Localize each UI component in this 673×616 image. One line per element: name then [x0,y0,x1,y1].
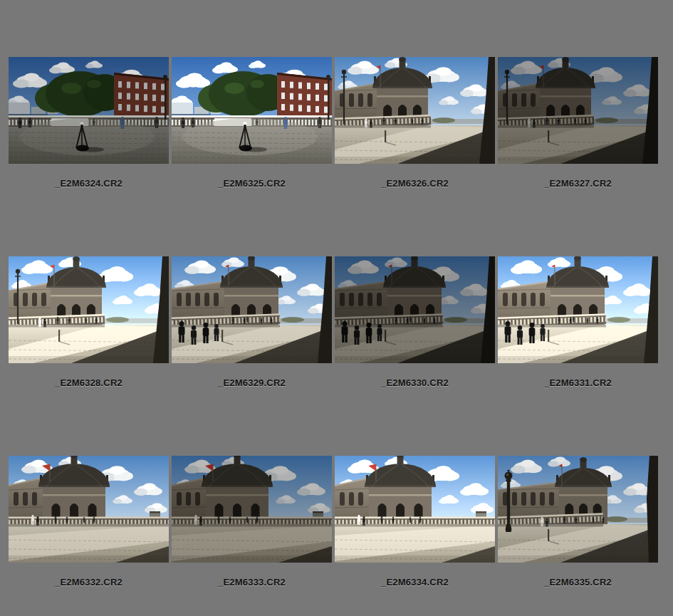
photo-image [172,57,332,164]
photo-image [9,456,169,563]
photo-image [498,57,658,164]
photo-thumbnail[interactable]: _E2M6334.CR2 [335,456,495,588]
photo-image [335,256,495,363]
photo-image [335,456,495,563]
photo-thumbnail[interactable]: _E2M6328.CR2 [9,256,169,388]
photo-filename: _E2M6333.CR2 [172,577,332,588]
photo-thumbnail[interactable]: _E2M6332.CR2 [9,456,169,588]
photo-image [9,256,169,363]
photo-image [498,256,658,363]
photo-image [172,456,332,563]
photo-filename: _E2M6324.CR2 [9,178,169,189]
photo-thumbnail[interactable]: _E2M6335.CR2 [498,456,658,588]
photo-thumbnail[interactable]: _E2M6329.CR2 [172,256,332,388]
photo-filename: _E2M6330.CR2 [335,377,495,388]
photo-image [335,57,495,164]
photo-thumbnail[interactable]: _E2M6324.CR2 [9,57,169,189]
photo-filename: _E2M6329.CR2 [172,377,332,388]
photo-thumbnail[interactable]: _E2M6325.CR2 [172,57,332,189]
photo-filename: _E2M6335.CR2 [498,577,658,588]
photo-thumbnail[interactable]: _E2M6330.CR2 [335,256,495,388]
photo-filename: _E2M6325.CR2 [172,178,332,189]
photo-image [9,57,169,164]
contact-sheet-background: { "theme": { "background_color": "#78787… [0,0,673,616]
photo-thumbnail[interactable]: _E2M6333.CR2 [172,456,332,588]
photo-grid: _E2M6324.CR2 [0,0,673,616]
photo-thumbnail[interactable]: _E2M6326.CR2 [335,57,495,189]
photo-filename: _E2M6331.CR2 [498,377,658,388]
photo-thumbnail[interactable]: _E2M6327.CR2 [498,57,658,189]
photo-thumbnail[interactable]: _E2M6331.CR2 [498,256,658,388]
photo-filename: _E2M6334.CR2 [335,577,495,588]
photo-filename: _E2M6327.CR2 [498,178,658,189]
photo-filename: _E2M6332.CR2 [9,577,169,588]
photo-filename: _E2M6326.CR2 [335,178,495,189]
photo-filename: _E2M6328.CR2 [9,377,169,388]
photo-image [498,456,658,563]
photo-image [172,256,332,363]
